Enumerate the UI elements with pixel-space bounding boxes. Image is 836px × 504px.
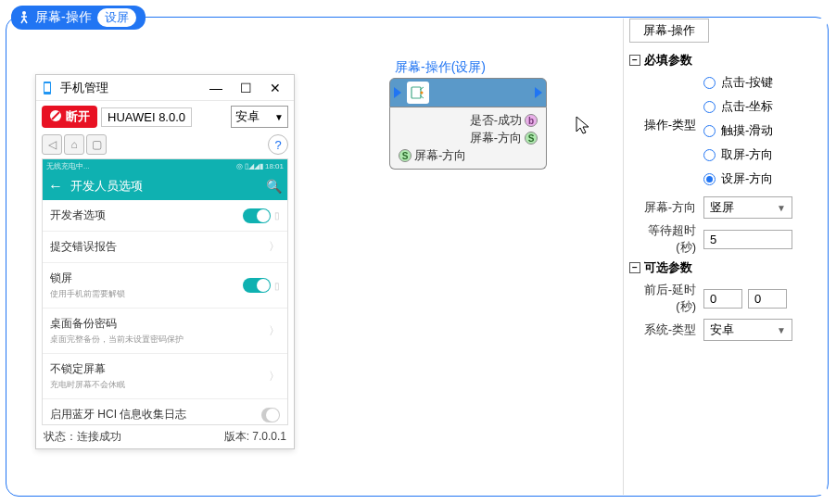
radio-option-click-coord[interactable]: 点击-坐标 (703, 98, 773, 115)
node-title: 屏幕-操作(设屏) (389, 59, 547, 76)
os-select[interactable]: 安卓 ▼ (231, 106, 288, 128)
wait-timeout-row: 等待超时(秒) 5 (629, 222, 827, 256)
node-output-row: 是否-成功 b (396, 112, 540, 129)
version-value: 7.0.0.1 (252, 430, 286, 443)
radio-option-set-orientation[interactable]: 设屏-方向 (703, 170, 773, 187)
os-selected: 安卓 (235, 108, 260, 125)
radio-icon (703, 149, 716, 161)
radio-icon (703, 173, 716, 185)
screen-direction-row: 屏幕-方向 竖屏 ▼ (629, 196, 827, 219)
phone-window-title: 手机管理 (60, 80, 201, 96)
phone-toolbar: 断开 HUAWEI 8.0.0 安卓 ▼ (36, 101, 294, 132)
system-type-row: 系统-类型 安卓 ▼ (629, 319, 827, 341)
optional-section-header[interactable]: − 可选参数 (629, 259, 827, 276)
collapse-icon[interactable]: − (629, 262, 640, 273)
output-pin-string[interactable]: S (525, 132, 538, 145)
scroll-hint-icon: ▯ (274, 210, 280, 220)
header-title: 屏幕-操作 (35, 9, 92, 26)
delay-before-input[interactable]: 0 (703, 289, 742, 309)
minimize-button[interactable]: — (201, 78, 231, 98)
settings-row[interactable]: 不锁定屏幕 充电时屏幕不会休眠 〉 (43, 354, 287, 399)
walker-icon (17, 10, 32, 25)
node-body: 是否-成功 b 屏幕-方向 S S 屏幕-方向 (389, 107, 547, 170)
radio-icon (703, 101, 716, 113)
output-pin-bool[interactable]: b (525, 114, 538, 127)
row-label: 启用蓝牙 HCI 信息收集日志 (50, 407, 261, 422)
android-search-icon[interactable]: 🔍 (266, 179, 282, 194)
status-label: 状态： (44, 430, 77, 443)
disconnect-button[interactable]: 断开 (42, 106, 97, 128)
node-input-row: S 屏幕-方向 (396, 147, 540, 164)
stop-icon (49, 109, 62, 125)
radio-option-click-key[interactable]: 点击-按键 (703, 74, 773, 91)
operation-type-label: 操作-类型 (629, 74, 703, 187)
row-label: 锁屏 使用手机前需要解锁 (50, 271, 243, 300)
svg-point-0 (22, 11, 26, 15)
caret-down-icon: ▼ (777, 325, 786, 335)
input-label: 屏幕-方向 (414, 147, 466, 164)
phone-app-icon (40, 81, 55, 95)
node-output-exec-pin[interactable] (535, 87, 542, 98)
wait-timeout-input[interactable]: 5 (703, 230, 792, 249)
radio-icon (703, 125, 716, 137)
phone-manager-window: 手机管理 — ☐ ✕ 断开 HUAWEI 8.0.0 安卓 ▼ ◁ ⌂ ▢ ? … (35, 74, 295, 449)
row-label: 提交错误报告 (50, 239, 269, 255)
properties-tab[interactable]: 屏幕-操作 (629, 19, 709, 43)
settings-row[interactable]: 锁屏 使用手机前需要解锁 ▯ (43, 263, 287, 309)
svg-rect-5 (412, 87, 421, 98)
settings-row[interactable]: 桌面备份密码 桌面完整备份，当前未设置密码保护 〉 (43, 309, 287, 354)
toggle-switch[interactable] (243, 208, 271, 223)
phone-titlebar[interactable]: 手机管理 — ☐ ✕ (36, 75, 294, 101)
system-type-select[interactable]: 安卓 ▼ (703, 319, 792, 341)
toggle-switch[interactable] (243, 278, 271, 293)
collapse-icon[interactable]: − (629, 55, 640, 66)
row-label: 开发者选项 (50, 208, 243, 223)
toggle-switch[interactable] (261, 408, 280, 422)
node-header[interactable] (389, 78, 547, 107)
version-label: 版本: (224, 430, 253, 443)
svg-point-6 (421, 92, 424, 94)
node-input-exec-pin[interactable] (394, 87, 401, 98)
android-app-header: ← 开发人员选项 🔍 (43, 172, 287, 200)
device-label: HUAWEI 8.0.0 (101, 107, 192, 127)
nav-recent-button[interactable]: ▢ (86, 134, 107, 155)
disconnect-label: 断开 (66, 108, 90, 125)
header-pill: 设屏 (97, 8, 136, 27)
chevron-right-icon: 〉 (269, 239, 280, 255)
chevron-right-icon: 〉 (269, 323, 280, 339)
screen-dir-select[interactable]: 竖屏 ▼ (703, 196, 792, 219)
radio-icon (703, 77, 716, 89)
header-tag: 屏幕-操作 设屏 (11, 6, 146, 30)
required-section-header[interactable]: − 必填参数 (629, 52, 827, 69)
radio-option-touch-swipe[interactable]: 触摸-滑动 (703, 122, 773, 139)
help-button[interactable]: ? (268, 134, 288, 155)
settings-row[interactable]: 开发者选项 ▯ (43, 200, 287, 232)
wait-timeout-label: 等待超时(秒) (629, 222, 703, 256)
android-screen-title: 开发人员选项 (70, 178, 266, 195)
system-type-label: 系统-类型 (629, 321, 703, 338)
section-title: 必填参数 (644, 52, 692, 69)
section-title: 可选参数 (644, 259, 692, 276)
screen-dir-label: 屏幕-方向 (629, 199, 703, 216)
status-value: 连接成功 (77, 430, 121, 443)
nav-back-button[interactable]: ◁ (42, 134, 62, 155)
delay-after-input[interactable]: 0 (748, 289, 787, 309)
chevron-right-icon: 〉 (269, 369, 280, 384)
close-button[interactable]: ✕ (260, 78, 290, 98)
row-label: 不锁定屏幕 充电时屏幕不会休眠 (50, 361, 269, 391)
radio-option-get-orientation[interactable]: 取屏-方向 (703, 146, 773, 163)
output-label: 屏幕-方向 (470, 130, 522, 146)
android-back-icon[interactable]: ← (48, 178, 63, 195)
input-pin-string[interactable]: S (399, 149, 412, 162)
workflow-node[interactable]: 屏幕-操作(设屏) 是否-成功 b 屏幕-方向 S S 屏幕-方向 (389, 59, 547, 170)
scroll-hint-icon: ▯ (274, 281, 280, 291)
statusbar-right: ◎ ▯◢◢▮ 18:01 (236, 162, 284, 170)
statusbar-left: 无线充电中... (46, 161, 90, 171)
settings-row[interactable]: 启用蓝牙 HCI 信息收集日志 (43, 399, 287, 424)
nav-home-button[interactable]: ⌂ (64, 134, 84, 155)
phone-screen: 无线充电中... ◎ ▯◢◢▮ 18:01 ← 开发人员选项 🔍 开发者选项 ▯… (42, 158, 288, 425)
caret-down-icon: ▼ (777, 203, 786, 213)
settings-list[interactable]: 开发者选项 ▯ 提交错误报告 〉 锁屏 使用手机前需要解锁 ▯ 桌面备份密码 桌… (43, 200, 287, 424)
maximize-button[interactable]: ☐ (231, 78, 260, 98)
settings-row[interactable]: 提交错误报告 〉 (43, 232, 287, 263)
